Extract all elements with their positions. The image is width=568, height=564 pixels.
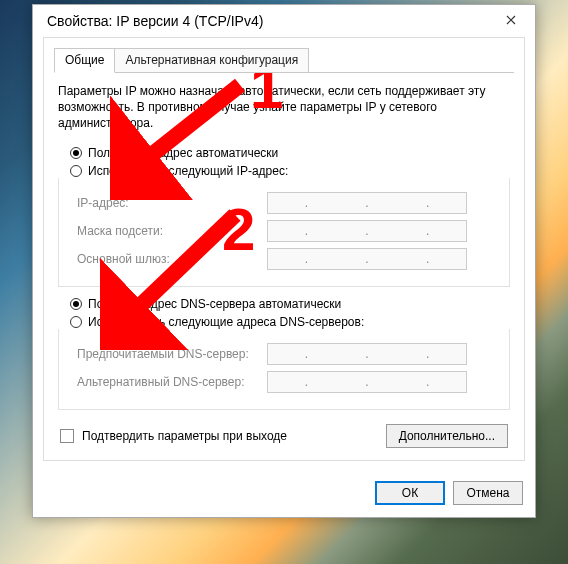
radio-icon: [70, 298, 82, 310]
validate-checkbox[interactable]: [60, 429, 74, 443]
titlebar: Свойства: IP версии 4 (TCP/IPv4): [33, 5, 535, 37]
window-title: Свойства: IP версии 4 (TCP/IPv4): [47, 13, 489, 29]
radio-dns-manual-label: Использовать следующие адреса DNS-сервер…: [88, 315, 364, 329]
gateway-input: ...: [267, 248, 467, 270]
tab-general[interactable]: Общие: [54, 48, 115, 73]
subnet-mask-input: ...: [267, 220, 467, 242]
radio-ip-manual-label: Использовать следующий IP-адрес:: [88, 164, 288, 178]
radio-ip-manual[interactable]: Использовать следующий IP-адрес:: [70, 164, 514, 178]
gateway-label: Основной шлюз:: [77, 252, 267, 266]
ipv4-properties-dialog: Свойства: IP версии 4 (TCP/IPv4) Общие А…: [32, 4, 536, 518]
validate-label: Подтвердить параметры при выходе: [82, 429, 287, 443]
dns-alt-label: Альтернативный DNS-сервер:: [77, 375, 267, 389]
radio-ip-auto[interactable]: Получить IP-адрес автоматически: [70, 146, 514, 160]
radio-dns-auto[interactable]: Получить адрес DNS-сервера автоматически: [70, 297, 514, 311]
dns-alt-input: ...: [267, 371, 467, 393]
advanced-button[interactable]: Дополнительно...: [386, 424, 508, 448]
dialog-buttons: ОК Отмена: [33, 471, 535, 517]
dns-manual-group: Предпочитаемый DNS-сервер: ... Альтернат…: [58, 329, 510, 410]
intro-text: Параметры IP можно назначать автоматичес…: [58, 83, 510, 132]
tab-strip: Общие Альтернативная конфигурация: [54, 48, 514, 73]
radio-ip-auto-label: Получить IP-адрес автоматически: [88, 146, 278, 160]
ip-address-label: IP-адрес:: [77, 196, 267, 210]
subnet-mask-label: Маска подсети:: [77, 224, 267, 238]
radio-dns-manual[interactable]: Использовать следующие адреса DNS-сервер…: [70, 315, 514, 329]
dialog-content-frame: Общие Альтернативная конфигурация Параме…: [43, 37, 525, 461]
radio-icon: [70, 316, 82, 328]
radio-icon: [70, 147, 82, 159]
ok-button[interactable]: ОК: [375, 481, 445, 505]
ip-manual-group: IP-адрес: ... Маска подсети: ... Основно…: [58, 178, 510, 287]
tab-alternate[interactable]: Альтернативная конфигурация: [114, 48, 309, 73]
ip-address-input: ...: [267, 192, 467, 214]
cancel-button[interactable]: Отмена: [453, 481, 523, 505]
radio-dns-auto-label: Получить адрес DNS-сервера автоматически: [88, 297, 341, 311]
close-icon: [506, 15, 516, 25]
close-button[interactable]: [489, 5, 533, 35]
dns-pref-label: Предпочитаемый DNS-сервер:: [77, 347, 267, 361]
radio-icon: [70, 165, 82, 177]
dns-pref-input: ...: [267, 343, 467, 365]
